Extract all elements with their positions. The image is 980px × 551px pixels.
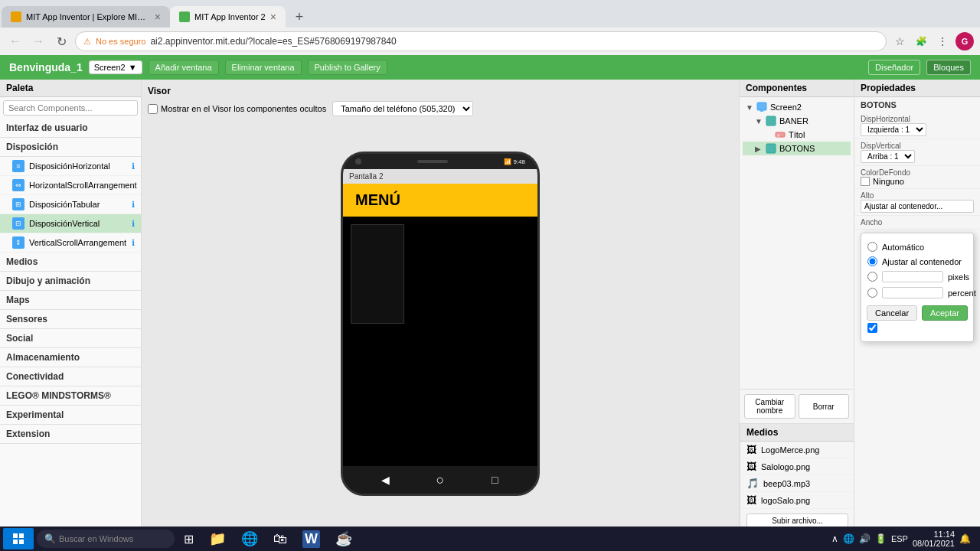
phone-back-btn[interactable]: ◀: [378, 472, 394, 487]
palette-category-storage[interactable]: Almacenamiento: [0, 348, 141, 367]
extensions-button[interactable]: 🧩: [913, 33, 929, 50]
taskbar-item-java[interactable]: ☕: [329, 528, 358, 549]
svg-rect-9: [19, 540, 24, 544]
radio-auto-input[interactable]: [867, 242, 877, 252]
forward-button[interactable]: →: [29, 32, 47, 51]
info-icon-vert-scroll[interactable]: ℹ: [132, 238, 135, 248]
palette-category-sensors[interactable]: Sensores: [0, 310, 141, 329]
tree-item-screen2[interactable]: ▼ Screen2: [743, 100, 851, 114]
delete-button[interactable]: Borrar: [799, 394, 850, 419]
svg-rect-6: [13, 533, 18, 538]
accept-width-button[interactable]: Aceptar: [922, 305, 968, 321]
show-hidden-checkbox[interactable]: [148, 104, 158, 114]
cancel-width-button[interactable]: Cancelar: [867, 305, 917, 321]
palette-item-disp-vert[interactable]: ⊟ DisposiciónVertical ℹ: [0, 214, 141, 233]
phone-screen: Pantalla 2 MENÚ: [343, 169, 537, 466]
radio-percent[interactable]: percent: [867, 285, 967, 301]
radio-pixels[interactable]: pixels: [867, 269, 967, 285]
palette-category-draw[interactable]: Dibujo y animación: [0, 272, 141, 291]
percent-value-input[interactable]: [882, 287, 943, 298]
publish-button[interactable]: Publish to Gallery: [308, 60, 387, 75]
tab-2-close[interactable]: ×: [270, 11, 276, 23]
phone-recent-btn[interactable]: □: [487, 472, 502, 487]
radio-pixels-input[interactable]: [867, 272, 877, 282]
palette-category-experimental[interactable]: Experimental: [0, 406, 141, 425]
taskbar-lang[interactable]: ESP: [891, 534, 908, 543]
media-item-beep[interactable]: 🎵 beep03.mp3: [740, 475, 854, 492]
taskbar-item-word[interactable]: W: [296, 528, 326, 549]
remove-screen-button[interactable]: Eliminar ventana: [225, 60, 302, 75]
explorer-icon: 📁: [209, 530, 226, 547]
media-item-logo[interactable]: 🖼 LogoMerce.png: [740, 442, 854, 458]
radio-percent-input[interactable]: [867, 288, 877, 298]
taskbar-clock[interactable]: 11:14 08/01/2021: [913, 530, 955, 548]
radio-ajustar-input[interactable]: [867, 256, 877, 266]
vert-scroll-icon: ⇕: [12, 236, 24, 249]
medios-panel: Medios 🖼 LogoMerce.png 🖼 Salologo.png 🎵 …: [740, 423, 854, 533]
blocks-button[interactable]: Bloques: [926, 60, 971, 75]
phone-size-select[interactable]: Tamaño del teléfono (505,320): [332, 101, 473, 116]
popup-checkbox-row[interactable]: [867, 321, 967, 335]
phone-home-btn[interactable]: ○: [433, 472, 448, 487]
popup-checkbox-input[interactable]: [867, 323, 877, 333]
info-icon-disp-vert[interactable]: ℹ: [132, 219, 135, 229]
palette-category-media[interactable]: Medios: [0, 253, 141, 272]
rename-button[interactable]: Cambiar nombre: [744, 394, 795, 419]
tab-1[interactable]: MIT App Inventor | Explore MIT ... ×: [2, 6, 170, 28]
menu-button[interactable]: ⋮: [934, 33, 951, 50]
info-icon-tabular[interactable]: ℹ: [132, 200, 135, 210]
reload-button[interactable]: ↻: [52, 32, 70, 51]
taskbar-item-explorer[interactable]: 📁: [203, 528, 232, 549]
pixels-value-input[interactable]: [882, 271, 943, 282]
bookmark-button[interactable]: ☆: [891, 33, 908, 50]
prop-select-disp-h[interactable]: Izquierda : 1: [861, 123, 926, 136]
search-bar-taskbar[interactable]: 🔍 Buscar en Windows: [37, 530, 175, 548]
media-item-salologo[interactable]: 🖼 Salologo.png: [740, 458, 854, 475]
screen-selector[interactable]: Screen2 ▼: [89, 60, 142, 74]
palette-category-ui[interactable]: Interfaz de usuario: [0, 119, 141, 138]
palette-category-social[interactable]: Social: [0, 329, 141, 348]
tab-2[interactable]: MIT App Inventor 2 ×: [170, 6, 286, 28]
prop-color-fondo: ColorDeFondo Ninguno: [854, 166, 980, 189]
search-input[interactable]: [3, 100, 138, 116]
notification-icon[interactable]: 🔔: [959, 533, 971, 544]
taskview-button[interactable]: ⊞: [178, 528, 200, 549]
java-icon: ☕: [335, 530, 352, 547]
tree-item-baner[interactable]: ▼ BANER: [743, 114, 851, 128]
prop-select-disp-v[interactable]: Arriba : 1: [861, 150, 915, 163]
palette-item-tabular[interactable]: ⊞ DisposiciónTabular ℹ: [0, 195, 141, 214]
palette-category-maps[interactable]: Maps: [0, 291, 141, 310]
palette-item-vert-scroll[interactable]: ⇕ VerticalScrollArrangement ℹ: [0, 233, 141, 253]
start-button[interactable]: [3, 528, 34, 549]
media-item-logosalo[interactable]: 🖼 logoSalo.png: [740, 492, 854, 509]
address-bar[interactable]: ⚠ No es seguro ai2.appinventor.mit.edu/?…: [75, 31, 887, 51]
profile-avatar[interactable]: G: [956, 32, 974, 51]
network-icon[interactable]: 🌐: [843, 533, 854, 544]
back-button[interactable]: ←: [6, 32, 24, 51]
taskbar-item-store[interactable]: 🛍: [267, 528, 293, 549]
palette-item-disp-horiz[interactable]: ≡ DisposiciónHorizontal ℹ: [0, 157, 141, 176]
tree-item-botons[interactable]: ▶ BOTONS: [743, 142, 851, 155]
up-arrow-icon[interactable]: ∧: [831, 533, 838, 544]
prop-input-alto[interactable]: [861, 200, 974, 213]
svg-rect-2: [766, 116, 776, 126]
volume-icon[interactable]: 🔊: [859, 533, 871, 544]
palette-category-layout[interactable]: Disposición: [0, 138, 141, 157]
palette-category-lego[interactable]: LEGO® MINDSTORMS®: [0, 386, 141, 406]
battery-icon[interactable]: 🔋: [875, 533, 887, 544]
tree-item-titol[interactable]: A Títol: [743, 128, 851, 142]
prop-value-color: Ninguno: [861, 177, 974, 186]
radio-ajustar[interactable]: Ajustar al contenedor: [867, 254, 967, 269]
palette-item-horiz-scroll[interactable]: ⇔ HorizontalScrollArrangement ℹ: [0, 176, 141, 195]
tab-1-close[interactable]: ×: [155, 11, 161, 23]
show-hidden-checkbox-label[interactable]: Mostrar en el Visor los componentes ocul…: [148, 104, 326, 114]
radio-automatico[interactable]: Automático: [867, 240, 967, 254]
new-tab-button[interactable]: +: [289, 6, 310, 28]
add-screen-button[interactable]: Añadir ventana: [149, 60, 219, 75]
palette-category-connectivity[interactable]: Conectividad: [0, 367, 141, 386]
palette-category-extension[interactable]: Extension: [0, 425, 141, 444]
prop-label-disp-h: DispHorizontal: [861, 115, 974, 123]
taskbar-item-edge[interactable]: 🌐: [235, 528, 264, 549]
designer-button[interactable]: Diseñador: [868, 60, 920, 75]
info-icon-disp-horiz[interactable]: ℹ: [132, 161, 135, 171]
